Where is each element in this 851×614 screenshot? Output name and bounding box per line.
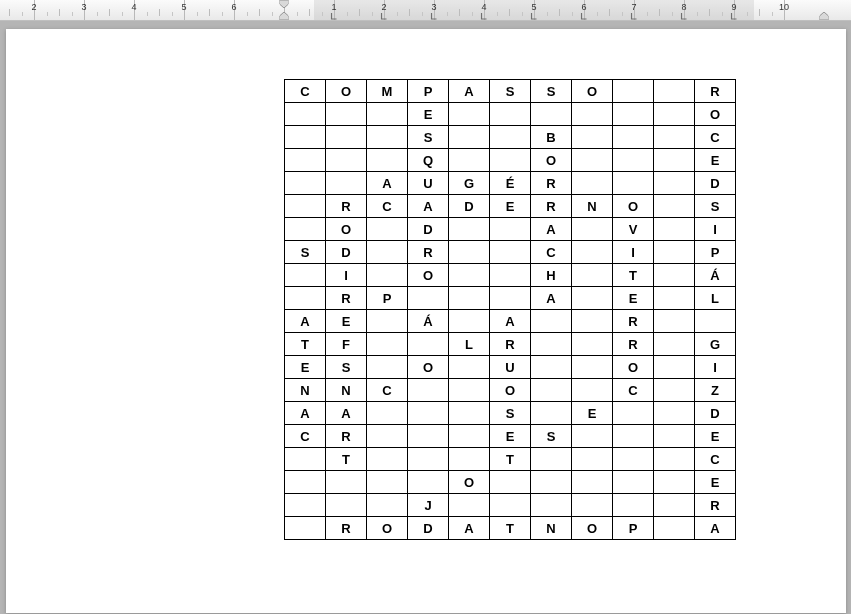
crossword-cell[interactable] — [654, 149, 695, 172]
crossword-cell[interactable] — [449, 264, 490, 287]
crossword-cell[interactable]: S — [490, 80, 531, 103]
crossword-cell[interactable] — [449, 149, 490, 172]
crossword-cell[interactable] — [490, 494, 531, 517]
crossword-cell[interactable]: G — [449, 172, 490, 195]
crossword-cell[interactable] — [572, 494, 613, 517]
crossword-cell[interactable] — [285, 195, 326, 218]
crossword-cell[interactable]: S — [408, 126, 449, 149]
crossword-cell[interactable] — [654, 517, 695, 540]
crossword-cell[interactable] — [408, 287, 449, 310]
crossword-cell[interactable]: D — [326, 241, 367, 264]
crossword-cell[interactable] — [285, 103, 326, 126]
crossword-cell[interactable] — [367, 149, 408, 172]
crossword-cell[interactable]: O — [572, 80, 613, 103]
crossword-cell[interactable]: E — [613, 287, 654, 310]
crossword-cell[interactable] — [449, 218, 490, 241]
crossword-cell[interactable]: C — [695, 448, 736, 471]
crossword-cell[interactable]: A — [285, 310, 326, 333]
crossword-cell[interactable]: A — [408, 195, 449, 218]
crossword-cell[interactable] — [326, 494, 367, 517]
crossword-cell[interactable] — [326, 172, 367, 195]
crossword-cell[interactable] — [367, 126, 408, 149]
crossword-cell[interactable] — [490, 126, 531, 149]
crossword-cell[interactable] — [408, 333, 449, 356]
crossword-cell[interactable]: D — [408, 517, 449, 540]
crossword-cell[interactable] — [654, 264, 695, 287]
crossword-cell[interactable]: T — [326, 448, 367, 471]
crossword-cell[interactable] — [449, 494, 490, 517]
crossword-cell[interactable] — [449, 241, 490, 264]
crossword-cell[interactable] — [285, 494, 326, 517]
crossword-cell[interactable] — [490, 103, 531, 126]
crossword-cell[interactable]: S — [531, 80, 572, 103]
crossword-cell[interactable] — [613, 103, 654, 126]
crossword-cell[interactable] — [367, 402, 408, 425]
crossword-cell[interactable]: I — [613, 241, 654, 264]
crossword-cell[interactable]: R — [531, 195, 572, 218]
crossword-cell[interactable] — [285, 517, 326, 540]
crossword-cell[interactable]: R — [695, 80, 736, 103]
crossword-cell[interactable] — [531, 471, 572, 494]
crossword-cell[interactable] — [367, 264, 408, 287]
crossword-cell[interactable] — [613, 494, 654, 517]
crossword-cell[interactable]: S — [326, 356, 367, 379]
crossword-cell[interactable] — [654, 241, 695, 264]
crossword-cell[interactable]: O — [326, 218, 367, 241]
crossword-cell[interactable] — [654, 80, 695, 103]
crossword-cell[interactable]: C — [695, 126, 736, 149]
crossword-cell[interactable]: C — [531, 241, 572, 264]
crossword-cell[interactable]: E — [695, 149, 736, 172]
crossword-cell[interactable]: Z — [695, 379, 736, 402]
crossword-cell[interactable] — [285, 126, 326, 149]
crossword-cell[interactable] — [572, 310, 613, 333]
crossword-cell[interactable] — [572, 379, 613, 402]
crossword-cell[interactable] — [572, 287, 613, 310]
crossword-cell[interactable]: N — [531, 517, 572, 540]
crossword-cell[interactable] — [408, 471, 449, 494]
crossword-cell[interactable]: G — [695, 333, 736, 356]
crossword-cell[interactable] — [449, 425, 490, 448]
crossword-cell[interactable]: R — [326, 517, 367, 540]
crossword-cell[interactable]: Á — [695, 264, 736, 287]
crossword-cell[interactable]: R — [613, 333, 654, 356]
crossword-cell[interactable]: P — [613, 517, 654, 540]
crossword-cell[interactable] — [408, 402, 449, 425]
crossword-cell[interactable] — [285, 471, 326, 494]
crossword-cell[interactable] — [572, 172, 613, 195]
crossword-cell[interactable]: C — [367, 379, 408, 402]
crossword-cell[interactable]: T — [613, 264, 654, 287]
crossword-cell[interactable]: C — [285, 425, 326, 448]
crossword-cell[interactable]: B — [531, 126, 572, 149]
crossword-cell[interactable]: P — [367, 287, 408, 310]
crossword-cell[interactable]: D — [408, 218, 449, 241]
crossword-cell[interactable] — [367, 333, 408, 356]
crossword-cell[interactable]: O — [572, 517, 613, 540]
crossword-cell[interactable] — [326, 103, 367, 126]
crossword-cell[interactable]: S — [285, 241, 326, 264]
crossword-cell[interactable] — [285, 448, 326, 471]
crossword-cell[interactable]: É — [490, 172, 531, 195]
crossword-cell[interactable] — [449, 103, 490, 126]
crossword-cell[interactable] — [531, 448, 572, 471]
crossword-cell[interactable] — [449, 126, 490, 149]
crossword-cell[interactable]: F — [326, 333, 367, 356]
crossword-cell[interactable] — [490, 471, 531, 494]
crossword-cell[interactable]: V — [613, 218, 654, 241]
crossword-cell[interactable]: A — [285, 402, 326, 425]
crossword-cell[interactable] — [531, 356, 572, 379]
crossword-cell[interactable]: L — [449, 333, 490, 356]
crossword-cell[interactable] — [572, 126, 613, 149]
crossword-cell[interactable] — [613, 126, 654, 149]
crossword-cell[interactable] — [490, 218, 531, 241]
crossword-cell[interactable] — [654, 333, 695, 356]
crossword-cell[interactable]: R — [326, 195, 367, 218]
crossword-cell[interactable] — [449, 287, 490, 310]
crossword-cell[interactable] — [613, 425, 654, 448]
crossword-cell[interactable] — [367, 494, 408, 517]
crossword-cell[interactable] — [654, 448, 695, 471]
crossword-cell[interactable] — [654, 218, 695, 241]
crossword-cell[interactable]: C — [285, 80, 326, 103]
crossword-cell[interactable] — [326, 471, 367, 494]
crossword-cell[interactable] — [572, 356, 613, 379]
crossword-cell[interactable]: T — [490, 448, 531, 471]
